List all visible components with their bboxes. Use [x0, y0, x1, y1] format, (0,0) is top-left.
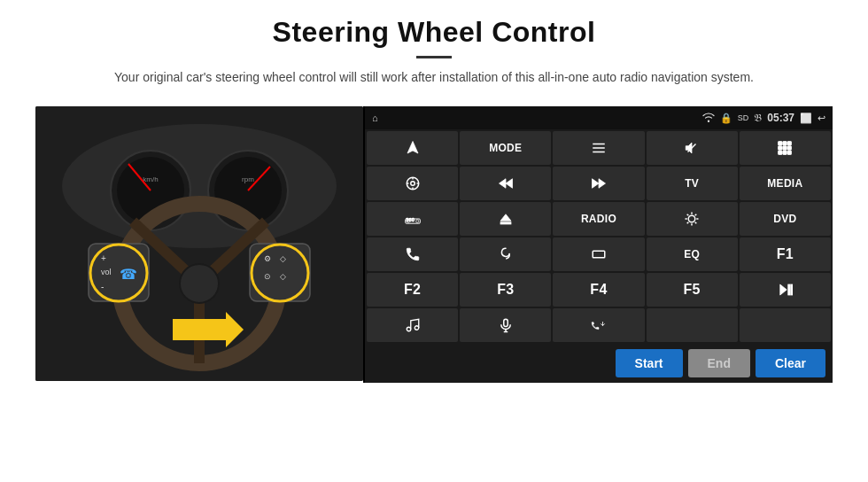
svg-rect-34: [787, 142, 792, 146]
svg-marker-48: [506, 179, 513, 189]
svg-rect-39: [783, 151, 787, 155]
media-button[interactable]: MEDIA: [740, 167, 831, 200]
apps-button[interactable]: [740, 131, 831, 165]
car-360-button[interactable]: 360: [367, 202, 458, 236]
svg-point-41: [410, 182, 415, 186]
svg-point-1: [62, 124, 337, 248]
dvd-button[interactable]: DVD: [740, 202, 831, 236]
svg-text:vol: vol: [101, 268, 112, 276]
title-section: Steering Wheel Control Your original car…: [114, 16, 754, 87]
music-button[interactable]: [367, 308, 458, 342]
svg-rect-37: [787, 146, 792, 151]
button-grid: MODE: [365, 129, 833, 344]
mute-button[interactable]: [647, 131, 738, 165]
radio-button[interactable]: RADIO: [553, 202, 644, 236]
end-button[interactable]: End: [688, 349, 750, 377]
svg-marker-55: [500, 214, 511, 222]
svg-marker-67: [780, 284, 787, 295]
svg-marker-49: [592, 179, 599, 189]
svg-line-63: [695, 222, 697, 224]
svg-rect-38: [779, 151, 783, 155]
svg-text:360: 360: [406, 217, 415, 222]
cast-icon: ⬜: [800, 113, 812, 124]
svg-point-71: [415, 326, 419, 330]
tv-button[interactable]: TV: [647, 167, 738, 200]
svg-point-70: [407, 328, 411, 332]
svg-point-57: [688, 216, 695, 223]
svg-text:⊙: ⊙: [264, 272, 271, 281]
svg-line-64: [695, 214, 697, 216]
eq-button[interactable]: EQ: [647, 237, 738, 271]
svg-marker-50: [599, 179, 606, 189]
svg-text:☎: ☎: [120, 267, 137, 282]
rewind-button[interactable]: [460, 167, 551, 200]
start-button[interactable]: Start: [616, 349, 683, 377]
microphone-button[interactable]: [460, 308, 551, 342]
clear-button[interactable]: Clear: [756, 349, 825, 377]
svg-marker-47: [499, 179, 506, 189]
action-bar: Start End Clear: [365, 344, 833, 383]
page-container: Steering Wheel Control Your original car…: [0, 0, 868, 482]
status-time: 05:37: [767, 112, 794, 124]
android-panel: ⌂ 🔒 SD 𝔅 05:37 ⬜ ↩: [363, 106, 833, 383]
status-bar-left: ⌂: [372, 113, 378, 123]
status-bar: ⌂ 🔒 SD 𝔅 05:37 ⬜ ↩: [365, 106, 833, 129]
brightness-button[interactable]: [647, 202, 738, 236]
svg-point-54: [415, 220, 418, 222]
back-icon: ↩: [818, 113, 825, 124]
extra-btn-4[interactable]: [647, 308, 738, 342]
play-pause-button[interactable]: [740, 273, 831, 307]
home-icon: ⌂: [372, 113, 378, 123]
f4-button[interactable]: F4: [553, 273, 644, 307]
f3-button[interactable]: F3: [460, 273, 551, 307]
rectangle-button[interactable]: [553, 237, 644, 271]
phone-button[interactable]: [367, 237, 458, 271]
svg-line-62: [687, 214, 689, 216]
wifi-icon: [702, 112, 715, 124]
steering-wheel-svg: km/h rpm + v: [35, 106, 363, 381]
extra-btn-5[interactable]: [740, 308, 831, 342]
svg-rect-40: [787, 151, 792, 155]
svg-line-65: [687, 222, 689, 224]
bluetooth-icon: 𝔅: [754, 112, 762, 124]
svg-rect-72: [504, 320, 508, 327]
svg-text:rpm: rpm: [242, 175, 254, 183]
svg-text:◇: ◇: [280, 254, 286, 263]
svg-rect-66: [593, 252, 605, 259]
sd-icon: SD: [738, 113, 749, 122]
content-area: km/h rpm + v: [35, 106, 833, 383]
mode-button[interactable]: MODE: [460, 131, 551, 165]
f1-button[interactable]: F1: [740, 237, 831, 271]
title-divider: [416, 56, 452, 58]
svg-text:-: -: [101, 282, 104, 292]
svg-rect-36: [783, 146, 787, 151]
svg-rect-69: [791, 284, 793, 295]
svg-rect-68: [788, 284, 790, 295]
svg-text:⚙: ⚙: [264, 254, 271, 263]
phone-sound-button[interactable]: [553, 308, 644, 342]
page-title: Steering Wheel Control: [114, 16, 754, 49]
svg-rect-56: [500, 222, 511, 224]
swirl-button[interactable]: [460, 237, 551, 271]
status-bar-right: 🔒 SD 𝔅 05:37 ⬜ ↩: [702, 112, 825, 124]
f2-button[interactable]: F2: [367, 273, 458, 307]
lock-icon: 🔒: [720, 113, 732, 124]
fast-forward-button[interactable]: [553, 167, 644, 200]
svg-point-14: [180, 264, 219, 303]
svg-text:km/h: km/h: [143, 175, 158, 183]
nav-button[interactable]: [367, 131, 458, 165]
list-button[interactable]: [553, 131, 644, 165]
svg-text:+: +: [101, 253, 106, 263]
svg-text:◇: ◇: [280, 272, 286, 281]
svg-rect-33: [783, 142, 787, 146]
settings-button[interactable]: [367, 167, 458, 200]
steering-wheel-image: km/h rpm + v: [35, 106, 363, 381]
page-subtitle: Your original car's steering wheel contr…: [114, 67, 754, 87]
eject-button[interactable]: [460, 202, 551, 236]
svg-rect-35: [779, 146, 783, 151]
f5-button[interactable]: F5: [647, 273, 738, 307]
svg-rect-32: [779, 142, 783, 146]
